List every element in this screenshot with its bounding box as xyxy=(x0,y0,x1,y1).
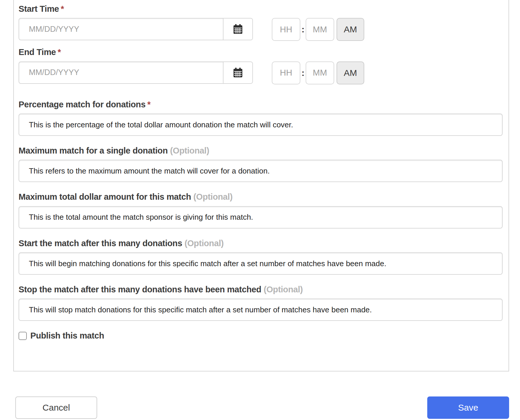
max-single-match-label-text: Maximum match for a single donation xyxy=(19,146,168,155)
required-asterisk: * xyxy=(58,47,61,57)
end-time-label-text: End Time xyxy=(19,47,56,57)
time-separator: : xyxy=(302,68,304,78)
start-date-input[interactable] xyxy=(19,19,223,40)
percentage-match-label: Percentage match for donations* xyxy=(19,100,503,109)
required-asterisk: * xyxy=(147,100,150,109)
start-time-field-group: Start Time* xyxy=(19,4,503,41)
optional-tag: (Optional) xyxy=(170,146,209,155)
start-after-label-text: Start the match after this many donation… xyxy=(19,239,182,248)
start-date-group xyxy=(19,18,253,40)
start-after-field-group: Start the match after this many donation… xyxy=(19,239,503,275)
calendar-icon xyxy=(233,68,242,78)
end-meridiem-button[interactable]: AM xyxy=(337,61,364,84)
publish-match-row[interactable]: Publish this match xyxy=(19,331,503,341)
calendar-icon xyxy=(233,24,242,34)
start-time-label-text: Start Time xyxy=(19,4,59,14)
end-date-input[interactable] xyxy=(19,62,223,83)
optional-tag: (Optional) xyxy=(264,285,303,294)
time-separator: : xyxy=(302,24,304,34)
percentage-match-input[interactable] xyxy=(19,114,503,136)
max-single-match-field-group: Maximum match for a single donation(Opti… xyxy=(19,146,503,182)
end-clock-group: : AM xyxy=(272,61,364,84)
max-single-match-input[interactable] xyxy=(19,160,503,182)
stop-after-input[interactable] xyxy=(19,299,503,321)
match-form-panel: Start Time* xyxy=(13,0,509,371)
optional-tag: (Optional) xyxy=(185,239,224,248)
start-time-label: Start Time* xyxy=(19,4,503,14)
max-total-label: Maximum total dollar amount for this mat… xyxy=(19,192,503,202)
end-hour-input[interactable] xyxy=(272,61,300,84)
start-minute-input[interactable] xyxy=(306,18,334,41)
stop-after-field-group: Stop the match after this many donations… xyxy=(19,285,503,321)
publish-match-checkbox[interactable] xyxy=(19,332,27,340)
end-time-label: End Time* xyxy=(19,47,503,57)
max-total-field-group: Maximum total dollar amount for this mat… xyxy=(19,192,503,228)
start-after-input[interactable] xyxy=(19,252,503,275)
end-time-row: : AM xyxy=(19,61,503,84)
optional-tag: (Optional) xyxy=(193,192,233,201)
max-total-label-text: Maximum total dollar amount for this mat… xyxy=(19,192,191,201)
end-time-field-group: End Time* xyxy=(19,47,503,84)
save-button[interactable]: Save xyxy=(427,396,509,419)
end-date-group xyxy=(19,61,253,84)
start-date-calendar-button[interactable] xyxy=(223,19,252,40)
percentage-match-label-text: Percentage match for donations xyxy=(19,100,145,109)
start-hour-input[interactable] xyxy=(272,18,300,41)
end-minute-input[interactable] xyxy=(306,61,334,84)
start-clock-group: : AM xyxy=(272,18,364,41)
form-footer: Cancel Save xyxy=(13,396,509,419)
max-single-match-label: Maximum match for a single donation(Opti… xyxy=(19,146,503,156)
start-time-row: : AM xyxy=(19,18,503,41)
stop-after-label-text: Stop the match after this many donations… xyxy=(19,285,261,294)
end-date-calendar-button[interactable] xyxy=(223,62,252,83)
start-after-label: Start the match after this many donation… xyxy=(19,239,503,248)
start-meridiem-button[interactable]: AM xyxy=(337,18,364,41)
stop-after-label: Stop the match after this many donations… xyxy=(19,285,503,294)
required-asterisk: * xyxy=(61,4,64,14)
max-total-input[interactable] xyxy=(19,206,503,229)
publish-match-label: Publish this match xyxy=(30,331,104,341)
cancel-button[interactable]: Cancel xyxy=(15,396,97,419)
percentage-match-field-group: Percentage match for donations* xyxy=(19,100,503,136)
page: Start Time* xyxy=(0,0,520,420)
